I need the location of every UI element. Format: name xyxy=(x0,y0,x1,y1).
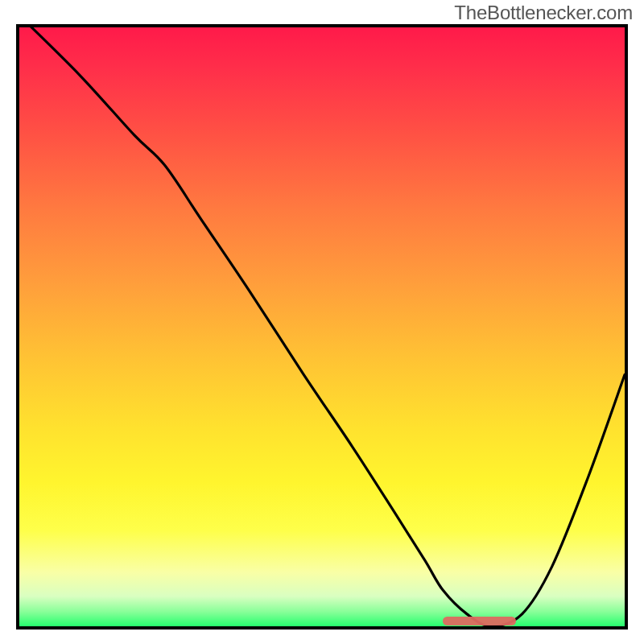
optimal-range-marker xyxy=(443,617,515,625)
bottleneck-curve xyxy=(19,27,625,626)
watermark-text: TheBottlenecker.com xyxy=(454,2,633,24)
chart-container: TheBottlenecker.com xyxy=(0,0,644,644)
plot-area xyxy=(16,24,628,630)
